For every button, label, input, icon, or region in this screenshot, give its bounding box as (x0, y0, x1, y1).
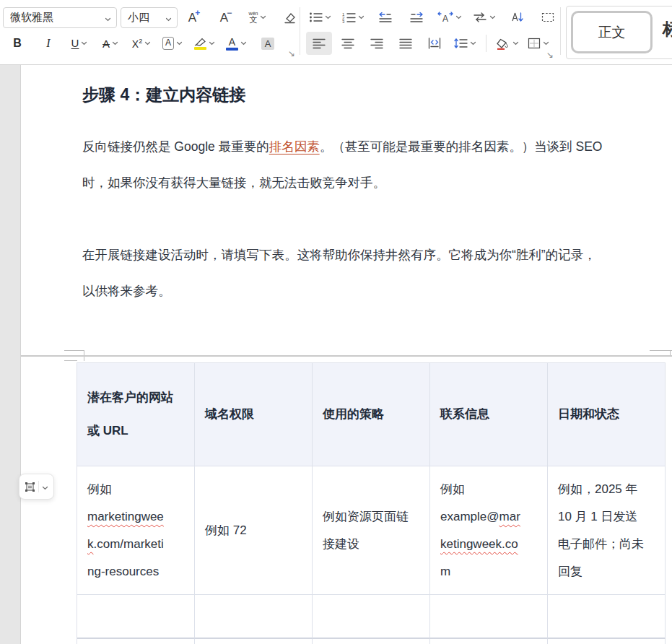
superscript-button[interactable]: X2 (128, 32, 154, 55)
svg-text:A: A (442, 14, 448, 23)
superscript-icon: X2 (132, 38, 142, 49)
style-item-body-text[interactable]: 正文 (571, 11, 653, 53)
text-boundary-mark (84, 357, 84, 361)
align-center-icon (341, 38, 354, 49)
header-cell[interactable]: 日期和状态 (548, 363, 666, 466)
paragraph[interactable]: 反向链接仍然是 Google 最重要的排名因素。（甚至可能是最重要的排名因素。）… (82, 129, 602, 201)
text-boundary-mark (84, 350, 84, 355)
font-color-icon: A (226, 37, 238, 51)
font-dialog-launcher[interactable]: ↘ (288, 49, 295, 58)
table-cell[interactable]: 例如marketingweek.com/marketing-resources (77, 466, 195, 595)
text-highlight-button[interactable] (191, 32, 218, 55)
toolbar-group-divider (560, 7, 561, 55)
text-wrap-button[interactable] (470, 6, 499, 29)
show-formatting-marks-button[interactable] (535, 6, 561, 29)
table-cell[interactable]: 例如 72 (195, 466, 313, 595)
underline-button[interactable]: U (66, 32, 92, 55)
table-cell[interactable] (195, 639, 313, 644)
formatting-toolbar: 微软雅黑 小四 A+A−wén文 BIUAX2AAA 123A ↘ ↘ 正文 标 (0, 0, 672, 65)
font-name-select[interactable]: 微软雅黑 (3, 7, 117, 28)
sort-button[interactable] (504, 6, 530, 29)
cell-text-line: 10 月 1 日发送 (558, 503, 665, 531)
italic-icon: I (46, 38, 50, 49)
document-heading[interactable]: 步骤 4：建立内容链接 (82, 81, 245, 108)
header-text: 域名权限 (205, 398, 312, 431)
chevron-down-icon (470, 41, 476, 45)
character-border-button[interactable]: A (160, 32, 186, 55)
increase-indent-button[interactable] (403, 6, 429, 29)
chevron-down-icon (81, 41, 87, 45)
text-run: 电子邮件；尚未 (558, 537, 644, 551)
clear-formatting-button[interactable] (276, 6, 302, 29)
paragraph-dialog-launcher[interactable]: ↘ (546, 51, 554, 59)
header-cell[interactable]: 联系信息 (430, 363, 548, 466)
text-run: ng-resources (87, 565, 159, 578)
chevron-down-icon (260, 15, 266, 19)
table-cell[interactable] (77, 595, 195, 639)
text-run: m (440, 565, 450, 578)
increase-font-size-button[interactable]: A+ (181, 6, 207, 29)
text-run-misspelled: marketingwee (87, 510, 164, 523)
style-item-next-partial[interactable]: 标 (663, 18, 672, 40)
phonetic-guide-button[interactable]: wén文 (245, 6, 271, 29)
indent-decrease-icon (378, 12, 393, 23)
header-text: 日期和状态 (558, 398, 665, 431)
document-page[interactable]: 步骤 4：建立内容链接 反向链接仍然是 Google 最重要的排名因素。（甚至可… (20, 65, 672, 644)
border-icon (528, 38, 541, 49)
paragraph[interactable]: 在开展链接建设活动时，请填写下表。这将帮助你保持井然有序。它将成为你“胜利”的记… (82, 237, 596, 309)
ranking-factors-link[interactable]: 排名因素 (269, 139, 320, 154)
justify-button[interactable] (393, 32, 419, 55)
font-color-button[interactable]: A (223, 32, 250, 55)
table-cell[interactable] (548, 639, 666, 644)
numbered-list-button[interactable]: 123 (339, 6, 367, 29)
table-cell[interactable]: 例如example@marketingweek.com (430, 466, 548, 595)
decrease-font-size-button[interactable]: A− (213, 6, 239, 29)
strike-icon: A (102, 38, 110, 49)
align-right-button[interactable] (364, 32, 390, 55)
table-cell[interactable] (77, 639, 195, 644)
align-center-button[interactable] (335, 32, 361, 55)
table-row (77, 595, 666, 639)
font-group-row1: 微软雅黑 小四 A+A−wén文 (3, 6, 302, 29)
table-cell[interactable] (313, 595, 430, 639)
strikethrough-button[interactable]: A (97, 32, 123, 55)
table-cell[interactable] (430, 595, 548, 639)
decrease-indent-button[interactable] (372, 6, 398, 29)
line-spacing-button[interactable] (450, 32, 479, 55)
align-left-button[interactable] (306, 32, 332, 55)
bold-icon: B (13, 38, 22, 49)
font-size-select[interactable]: 小四 (121, 7, 178, 28)
shading-fill-button[interactable] (493, 32, 522, 55)
table-cell[interactable]: 例如资源页面链接建设 (313, 466, 430, 595)
bold-button[interactable]: B (4, 32, 30, 55)
table-cell[interactable] (548, 595, 666, 639)
character-shading-button[interactable]: A (255, 32, 281, 55)
cell-text-line: 电子邮件；尚未 (558, 531, 665, 558)
table-cell[interactable]: 例如，2025 年10 月 1 日发送电子邮件；尚未回复 (548, 466, 666, 595)
table-cell[interactable] (313, 639, 430, 644)
bullet-list-button[interactable] (306, 6, 334, 29)
table-row: 例如marketingweek.com/marketing-resources例… (77, 466, 666, 595)
table-select-button[interactable] (19, 474, 54, 500)
cell-text-line: marketingwee (87, 503, 194, 531)
italic-button[interactable]: I (35, 32, 61, 55)
chevron-down-icon (176, 41, 183, 45)
font-increase-icon: A+ (188, 12, 200, 24)
header-cell[interactable]: 域名权限 (195, 363, 313, 466)
table-cell[interactable] (430, 639, 548, 644)
style-gallery: 正文 标 (566, 6, 672, 59)
table-cell[interactable] (195, 595, 313, 639)
chevron-down-icon (165, 12, 172, 24)
text-run-misspelled: k (87, 537, 94, 551)
paragraph-group-row1: 123A (306, 6, 561, 29)
cell-text-line: 回复 (558, 558, 665, 586)
font-group-row2: BIUAX2AAA (4, 32, 281, 55)
chevron-down-icon (105, 17, 111, 22)
distribute-text-button[interactable] (422, 32, 448, 55)
header-cell[interactable]: 使用的策略 (313, 363, 430, 466)
text-run: 例如 72 (205, 523, 247, 537)
svg-text:3: 3 (342, 19, 345, 23)
header-cell[interactable]: 潜在客户的网站或 URL (77, 363, 195, 466)
character-scale-button[interactable]: A (435, 6, 465, 29)
underline-icon: U (71, 38, 79, 50)
